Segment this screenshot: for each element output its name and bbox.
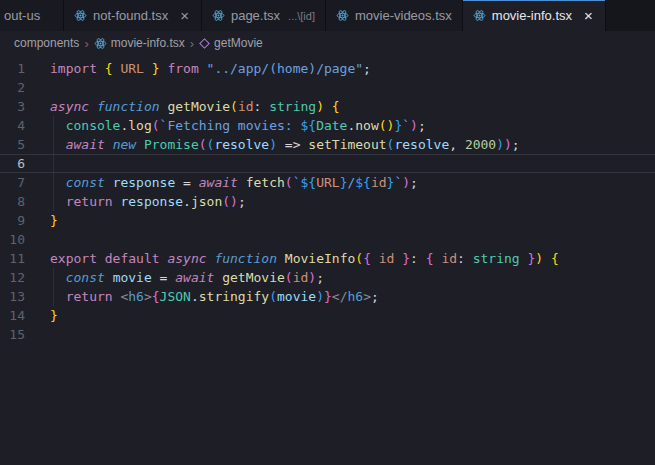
tab-label: movie-info.tsx [492, 8, 572, 23]
line-number: 13 [0, 287, 38, 306]
tab-movie-info-tsx[interactable]: movie-info.tsx× [463, 0, 606, 31]
tab-bar: out-usnot-found.tsx×page.tsx...\[id]movi… [0, 0, 655, 31]
chevron-right-icon: › [84, 36, 88, 51]
tab-label: not-found.tsx [93, 8, 168, 23]
line-number: 10 [0, 230, 38, 249]
breadcrumb: components›movie-info.tsx›getMovie [0, 31, 655, 55]
code-text [38, 78, 50, 97]
line-number: 11 [0, 249, 38, 268]
breadcrumb-label: getMovie [214, 36, 263, 50]
breadcrumb-label: movie-info.tsx [111, 36, 185, 50]
react-icon [74, 9, 87, 22]
code-text [38, 230, 50, 249]
line-number: 9 [0, 211, 38, 230]
tab-label: out-us [4, 8, 40, 23]
code-line[interactable]: 1import { URL } from "../app/(home)/page… [0, 59, 655, 78]
tab-label: page.tsx [231, 8, 280, 23]
code-text: return <h6>{JSON.stringify(movie)}</h6>; [38, 287, 379, 306]
react-icon [473, 9, 486, 22]
chevron-right-icon: › [190, 36, 194, 51]
line-number: 3 [0, 97, 38, 116]
code-text: import { URL } from "../app/(home)/page"… [38, 59, 371, 78]
code-text: const movie = await getMovie(id); [38, 268, 324, 287]
code-line[interactable]: 8 return response.json(); [0, 192, 655, 211]
breadcrumb-item-movie-info-tsx[interactable]: movie-info.tsx [94, 36, 185, 50]
tab-label: movie-videos.tsx [355, 8, 452, 23]
code-text: const response = await fetch(`${URL}/${i… [38, 173, 418, 192]
react-icon [94, 37, 107, 50]
line-number: 14 [0, 306, 38, 325]
line-number: 8 [0, 192, 38, 211]
code-line-current[interactable]: 6 [0, 154, 655, 173]
line-number: 4 [0, 116, 38, 135]
line-number: 5 [0, 135, 38, 154]
line-number: 12 [0, 268, 38, 287]
code-line[interactable]: 5 await new Promise((resolve) => setTime… [0, 135, 655, 154]
code-line[interactable]: 15 [0, 325, 655, 344]
tab-movie-videos-tsx[interactable]: movie-videos.tsx [326, 0, 463, 31]
code-area[interactable]: 1import { URL } from "../app/(home)/page… [0, 55, 655, 344]
close-icon[interactable]: × [178, 8, 191, 23]
react-icon [336, 9, 349, 22]
code-text: export default async function MovieInfo(… [38, 249, 559, 268]
tab-page-tsx[interactable]: page.tsx...\[id] [202, 0, 326, 31]
line-number: 6 [0, 155, 38, 172]
line-number: 1 [0, 59, 38, 78]
code-line[interactable]: 9} [0, 211, 655, 230]
react-icon [212, 9, 225, 22]
code-line[interactable]: 14} [0, 306, 655, 325]
code-text: console.log(`Fetching movies: ${Date.now… [38, 116, 426, 135]
code-line[interactable]: 4 console.log(`Fetching movies: ${Date.n… [0, 116, 655, 135]
tab-out-us[interactable]: out-us [0, 0, 64, 31]
breadcrumb-item-getmovie[interactable]: getMovie [199, 36, 263, 50]
tab-not-found-tsx[interactable]: not-found.tsx× [64, 0, 202, 31]
code-text: return response.json(); [38, 192, 246, 211]
line-number: 2 [0, 78, 38, 97]
tab-description: ...\[id] [288, 10, 315, 22]
line-number: 7 [0, 173, 38, 192]
code-text: } [38, 306, 58, 325]
code-text: await new Promise((resolve) => setTimeou… [38, 135, 520, 154]
code-text [38, 325, 50, 344]
line-number: 15 [0, 325, 38, 344]
method-symbol-icon [199, 38, 210, 49]
breadcrumb-item-components[interactable]: components [14, 36, 79, 50]
code-line[interactable]: 7 const response = await fetch(`${URL}/$… [0, 173, 655, 192]
code-text: } [38, 211, 58, 230]
code-text: async function getMovie(id: string) { [38, 97, 340, 116]
code-line[interactable]: 10 [0, 230, 655, 249]
close-icon[interactable]: × [582, 8, 595, 23]
code-line[interactable]: 11export default async function MovieInf… [0, 249, 655, 268]
code-text [38, 155, 50, 172]
code-line[interactable]: 2 [0, 78, 655, 97]
code-line[interactable]: 12 const movie = await getMovie(id); [0, 268, 655, 287]
code-line[interactable]: 3async function getMovie(id: string) { [0, 97, 655, 116]
code-line[interactable]: 13 return <h6>{JSON.stringify(movie)}</h… [0, 287, 655, 306]
breadcrumb-label: components [14, 36, 79, 50]
